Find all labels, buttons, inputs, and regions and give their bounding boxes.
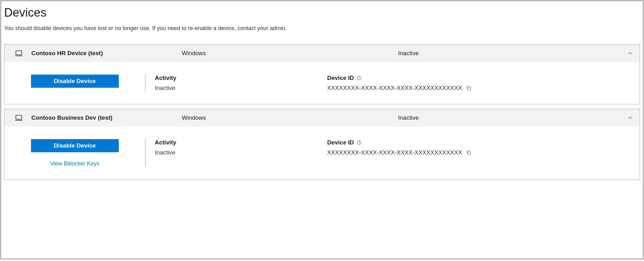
device-body: Disable Device Activity Inactive Device …	[4, 62, 640, 104]
activity-label: Activity	[155, 139, 318, 146]
device-id-field: Device ID XXXXXXXX-XXXX-XXXX-XXXX-XXXXXX…	[327, 75, 633, 91]
page-container: Devices You should disable devices you h…	[1, 1, 643, 259]
svg-point-3	[359, 77, 359, 77]
device-os: Windows	[182, 50, 395, 57]
device-status: Inactive	[398, 114, 612, 121]
device-os: Windows	[182, 114, 395, 121]
device-status: Inactive	[398, 50, 612, 57]
activity-value: Inactive	[155, 149, 318, 156]
device-header-row[interactable]: Contoso HR Device (test) Windows Inactiv…	[4, 44, 640, 62]
device-actions: Disable Device	[20, 75, 145, 91]
page-subtitle: You should disable devices you have lost…	[4, 25, 640, 32]
chevron-up-icon[interactable]	[615, 50, 633, 56]
laptop-icon	[9, 49, 28, 58]
device-body: Disable Device View Bitlocker Keys Activ…	[4, 127, 640, 180]
svg-point-8	[359, 141, 359, 142]
view-bitlocker-link[interactable]: View Bitlocker Keys	[50, 160, 100, 167]
device-id-label: Device ID	[327, 139, 633, 146]
copy-icon[interactable]	[466, 150, 472, 155]
copy-icon[interactable]	[466, 85, 472, 91]
activity-label: Activity	[155, 75, 318, 81]
svg-rect-5	[16, 115, 22, 119]
device-id-value-row: XXXXXXXX-XXXX-XXXX-XXXX-XXXXXXXXXXXX	[327, 149, 633, 156]
laptop-icon	[9, 113, 28, 122]
svg-rect-0	[16, 51, 22, 55]
device-header-row[interactable]: Contoso Business Dev (test) Windows Inac…	[4, 109, 640, 127]
device-id-value: XXXXXXXX-XXXX-XXXX-XXXX-XXXXXXXXXXXX	[327, 149, 462, 156]
device-card: Contoso HR Device (test) Windows Inactiv…	[4, 44, 640, 104]
disable-device-button[interactable]: Disable Device	[31, 139, 119, 152]
device-card: Contoso Business Dev (test) Windows Inac…	[4, 109, 640, 180]
device-id-value: XXXXXXXX-XXXX-XXXX-XXXX-XXXXXXXXXXXX	[327, 85, 462, 91]
activity-field: Activity Inactive	[155, 139, 318, 167]
svg-rect-9	[468, 152, 471, 155]
disable-device-button[interactable]: Disable Device	[31, 75, 119, 88]
device-id-label-text: Device ID	[327, 139, 354, 146]
chevron-up-icon[interactable]	[615, 115, 633, 121]
info-icon[interactable]	[357, 140, 362, 145]
device-name: Contoso Business Dev (test)	[31, 114, 179, 121]
device-actions: Disable Device View Bitlocker Keys	[20, 139, 145, 167]
device-id-label-text: Device ID	[327, 75, 354, 81]
page-title: Devices	[4, 6, 640, 19]
device-name: Contoso HR Device (test)	[31, 50, 179, 57]
activity-field: Activity Inactive	[155, 75, 318, 91]
svg-rect-4	[468, 87, 471, 90]
device-id-label: Device ID	[327, 75, 633, 81]
activity-value: Inactive	[155, 85, 318, 91]
info-icon[interactable]	[357, 76, 362, 81]
device-id-value-row: XXXXXXXX-XXXX-XXXX-XXXX-XXXXXXXXXXXX	[327, 85, 633, 91]
device-id-field: Device ID XXXXXXXX-XXXX-XXXX-XXXX-XXXXXX…	[327, 139, 633, 167]
